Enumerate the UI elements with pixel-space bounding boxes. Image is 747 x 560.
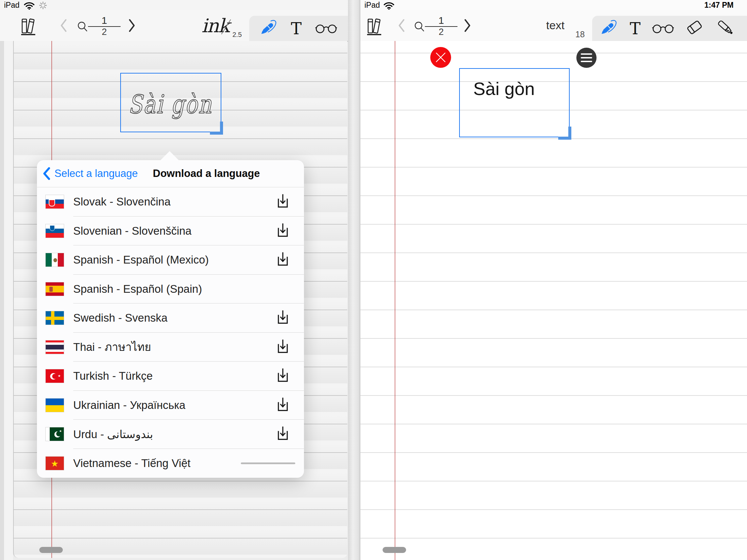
right-app-window: iPad 1:47 PM [360,0,747,560]
download-icon[interactable] [277,368,289,385]
popover-arrow [160,151,179,160]
app-logo: ink [202,15,229,36]
sweden-flag-icon [45,311,64,325]
splitview-divider[interactable] [348,0,360,560]
download-icon[interactable] [277,193,289,211]
language-label: Slovenian - Slovenščina [73,224,191,237]
language-row[interactable]: Ukrainian - Українська [37,391,304,420]
language-popover: Select a language Download a language Sl… [37,160,304,478]
ipad-splitview-screen: iPad [0,0,747,560]
download-icon[interactable] [277,339,289,355]
handwritten-text: Sài gòn [121,74,219,130]
language-label: Spanish - Español (Mexico) [73,254,209,266]
slovenia-flag-icon [45,224,64,238]
margin-red-line [395,41,395,560]
page-indicator[interactable]: 1 2 [88,16,121,36]
language-row[interactable]: Spanish - Español (Mexico) [37,245,304,275]
language-label: Thai - ภาษาไทย [73,338,151,356]
mode-label[interactable]: text [546,19,565,32]
chevron-left-icon[interactable] [60,19,67,33]
device-label: iPad [364,1,380,10]
screen-edge [0,41,4,560]
reading-glasses-icon[interactable] [315,23,337,36]
resize-handle[interactable] [210,122,223,135]
language-row[interactable]: Spanish - Español (Spain) [37,275,304,304]
right-tool-group: T [592,16,747,41]
left-canvas: Sài gòn Select a language Download a lan… [0,41,348,560]
chevron-left-icon[interactable] [398,19,405,33]
language-row[interactable]: Swedish - Svenska [37,303,304,333]
scroll-indicator[interactable] [383,547,406,553]
app-version: 2.5 [232,31,242,38]
right-toolbar: 1 2 text 18 [360,10,747,42]
ukraine-flag-icon [45,398,64,412]
font-size-value[interactable]: 18 [575,30,585,39]
language-label: Spanish - Español (Spain) [73,283,202,295]
language-label: Slovak - Slovenčina [73,195,171,208]
page-current: 1 [425,16,458,26]
mexico-flag-icon [45,253,64,267]
right-canvas: Sài gòn [360,41,747,560]
right-status-bar: iPad 1:47 PM [360,0,747,10]
slovakia-flag-icon [45,195,64,209]
search-icon[interactable] [414,21,425,34]
pen-icon[interactable] [598,19,617,39]
close-button[interactable] [430,47,451,68]
vietnam-flag-icon [45,456,64,470]
text-box[interactable]: Sài gòn [459,68,570,137]
language-row[interactable]: Slovak - Slovenčina [37,187,304,217]
menu-button[interactable] [576,48,596,68]
eraser-icon[interactable] [685,19,704,39]
library-icon[interactable] [366,18,382,37]
language-row[interactable]: Slovenian - Slovenščina [37,217,304,246]
language-label: Swedish - Svenska [73,312,168,324]
svg-text:Sài gòn: Sài gòn [128,89,212,119]
download-icon[interactable] [277,426,289,443]
text-tool-icon[interactable]: T [630,21,641,36]
language-row[interactable]: Turkish - Türkçe [37,362,304,391]
download-icon[interactable] [277,251,289,269]
menu-icon [581,53,592,55]
language-label: Turkish - Türkçe [73,370,153,382]
download-icon[interactable] [277,397,289,414]
language-label: Vietnamese - Tiếng Việt [73,457,190,470]
library-icon[interactable] [20,18,36,37]
thailand-flag-icon [45,340,64,354]
chevron-right-icon[interactable] [128,19,135,33]
download-progress-bar [241,462,295,464]
page-total: 2 [425,28,458,36]
back-label: Select a language [54,167,138,180]
left-status-bar: iPad [0,0,348,10]
language-row[interactable]: Vietnamese - Tiếng Việt [37,449,304,478]
spain-flag-icon [45,282,64,296]
pakistan-flag-icon [45,427,64,441]
left-toolbar: 1 2 ink 2.5 [0,10,348,42]
reading-glasses-icon[interactable] [652,23,674,36]
popover-title: Download a language [153,160,260,187]
handwriting-selection-box[interactable]: Sài gòn [120,73,221,132]
clock: 1:47 PM [704,1,733,10]
chevron-right-icon[interactable] [464,19,470,33]
textbox-text: Sài gòn [473,78,535,99]
search-icon[interactable] [77,21,88,34]
language-row[interactable]: Urdu - بندوستانی [37,420,304,449]
scroll-indicator[interactable] [39,547,63,553]
left-tool-group: T [249,16,348,41]
page-current: 1 [88,16,121,26]
text-tool-icon[interactable]: T [291,21,302,36]
download-icon[interactable] [277,222,289,239]
left-app-window: iPad [0,0,348,560]
language-row[interactable]: Thai - ภาษาไทย [37,333,304,362]
pen-icon[interactable] [258,19,277,39]
resize-handle[interactable] [558,127,571,140]
device-label: iPad [4,1,20,10]
marker-icon[interactable] [716,18,736,39]
language-label: Ukrainian - Українська [73,399,185,411]
chevron-left-icon [43,167,50,180]
paper-margin-edge [4,41,13,560]
turkey-flag-icon [45,369,64,383]
back-button[interactable]: Select a language [43,160,138,187]
page-total: 2 [88,28,121,36]
download-icon[interactable] [277,310,289,327]
page-indicator[interactable]: 1 2 [425,16,458,36]
